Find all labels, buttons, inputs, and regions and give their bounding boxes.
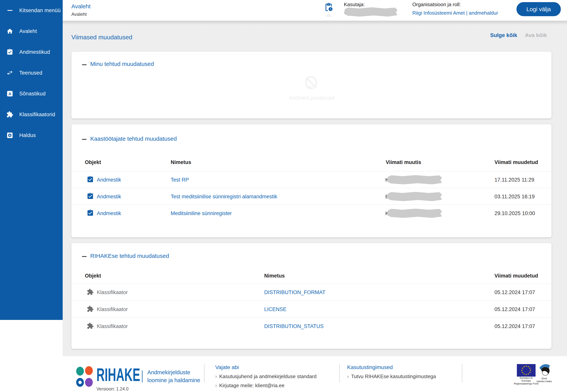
column-header-nimetus: Nimetus <box>171 159 191 165</box>
footer-divider <box>204 364 204 382</box>
rihake-wordmark: RIHAKE <box>96 366 140 384</box>
column-header-muudetud: Viimati muudetud <box>494 159 538 165</box>
modified-date: 17.11.2025 11:29 <box>494 177 534 183</box>
collapse-section-icon[interactable] <box>82 256 87 257</box>
sidebar-item-andmestikud[interactable]: Andmestikud <box>0 42 63 62</box>
sidebar: Kitsendan menüü Avaleht Andmestikud Teen… <box>0 0 63 320</box>
column-header-muudetud: Viimati muudetud <box>494 273 538 279</box>
sidebar-item-haldus[interactable]: Haldus <box>0 125 63 146</box>
puzzle-icon <box>87 306 94 313</box>
sidebar-item-avaleht[interactable]: Avaleht <box>0 21 63 42</box>
sidebar-item-label: Kitsendan menüü <box>19 8 61 14</box>
org-role-link[interactable]: Riigi Infosüsteemi Amet | andmehaldur <box>412 10 498 16</box>
dataset-link[interactable]: Test meditsiinilise sünniregistri alaman… <box>171 194 277 199</box>
object-type: Klassifikaator <box>97 323 128 329</box>
estonia-logo-caption: Eesti tuleviku heaks <box>529 377 560 383</box>
empty-state-text: Andmed puuduvad <box>71 95 552 101</box>
footer-divider <box>462 364 462 382</box>
section-title[interactable]: RIHAKEse tehtud muudatused <box>90 253 169 259</box>
sidebar-item-label: Andmestikud <box>19 49 50 55</box>
user-name-redacted <box>344 7 397 16</box>
sidebar-item-sonastikud[interactable]: A Sõnastikud <box>0 83 63 104</box>
sidebar-item-label: Haldus <box>19 132 36 138</box>
page-title-link[interactable]: Avaleht <box>71 3 91 10</box>
classifier-link[interactable]: LICENSE <box>264 307 287 312</box>
help-link-email[interactable]: ›Kirjutage meile: klient@ria.ee <box>215 383 317 389</box>
logout-button[interactable]: Logi välja <box>516 2 561 16</box>
dataset-link[interactable]: Meditsiiniline sünniregister <box>171 210 232 216</box>
table-row: Andmestik Meditsiiniline sünniregister K… <box>71 205 552 222</box>
section-title[interactable]: Minu tehtud muudatused <box>90 61 154 67</box>
modified-date: 29.10.2025 10:00 <box>494 210 535 216</box>
help-link-manual[interactable]: ›Kasutusjuhend ja andmekirjelduse standa… <box>215 374 317 379</box>
page-heading: Viimased muudatused <box>71 34 132 41</box>
clipboard-check-icon <box>87 209 94 217</box>
pending-actions-icon[interactable] <box>324 2 333 12</box>
section-title[interactable]: Kaastöötajate tehtud muudatused <box>90 136 177 142</box>
classifier-link[interactable]: DISTRIBUTION_STATUS <box>264 323 324 329</box>
footer: RIHAKE Andmekirjelduste loomine ja halda… <box>0 356 567 392</box>
collapse-section-icon[interactable] <box>82 139 87 140</box>
ee-caption-line: Eesti <box>529 377 560 380</box>
help-block: Vajate abi ›Kasutusjuhend ja andmekirjel… <box>215 364 317 389</box>
classifier-link[interactable]: DISTRIBUTION_FORMAT <box>264 290 326 295</box>
help-title[interactable]: Vajate abi <box>215 364 317 370</box>
footer-divider <box>339 364 340 382</box>
logo-divider <box>142 370 143 382</box>
empty-state: Andmed puuduvad <box>71 76 552 101</box>
table-row: Andmestik Test RP K 17.11.2025 11:29 <box>71 171 552 188</box>
sidebar-item-teenused[interactable]: Teenused <box>0 62 63 83</box>
brand-tagline: Andmekirjelduste loomine ja haldamine <box>147 368 200 384</box>
eu-flag-logo <box>517 364 536 377</box>
main-content: Viimased muudatused Sulge kõik Ava kõik … <box>63 21 567 356</box>
editor-name-redacted <box>387 209 442 218</box>
card-collaborator-changes: Kaastöötajate tehtud muudatused Objekt N… <box>71 124 552 238</box>
object-type: Andmestik <box>97 194 121 199</box>
table-row: Andmestik Test meditsiinilise sünniregis… <box>71 188 552 205</box>
column-header-objekt: Objekt <box>85 273 101 279</box>
sidebar-item-klassifikaatorid[interactable]: Klassifikaatorid <box>0 104 63 125</box>
svg-text:A: A <box>8 92 11 96</box>
puzzle-icon <box>87 322 94 330</box>
collapse-section-icon[interactable] <box>82 64 87 65</box>
column-header-nimetus: Nimetus <box>264 273 285 279</box>
terms-title[interactable]: Kasutustingimused <box>347 364 436 370</box>
object-type: Andmestik <box>97 177 121 183</box>
terms-link[interactable]: ›Tutvu RIHAKEse kasutustingimustega <box>347 374 436 379</box>
rihake-logo-circles <box>76 367 93 387</box>
tagline-line2: loomine ja haldamine <box>147 376 200 384</box>
editor-name-redacted <box>387 175 442 184</box>
topbar: Avaleht Avaleht Kasutaja: Organisatsioon… <box>63 0 567 21</box>
column-header-muutis: Viimati muutis <box>386 159 421 165</box>
clipboard-check-icon <box>87 193 94 201</box>
dataset-link[interactable]: Test RP <box>171 177 189 183</box>
collapse-all-button[interactable]: Sulge kõik <box>490 32 517 38</box>
eye-off-icon <box>302 76 321 91</box>
expand-all-button[interactable]: Ava kõik <box>525 32 547 38</box>
table-row: Klassifikaator DISTRIBUTION_FORMAT 05.12… <box>71 284 552 301</box>
sidebar-item-label: Teenused <box>19 70 43 76</box>
chevron-right-icon: › <box>215 383 217 388</box>
object-type: Klassifikaator <box>97 290 128 295</box>
version-text: Versioon: 1.24.0 <box>96 386 129 392</box>
object-type: Klassifikaator <box>97 307 128 312</box>
card-rihake-changes: RIHAKEse tehtud muudatused Objekt Nimetu… <box>71 243 552 349</box>
org-role-label: Organisatsioon ja roll: <box>412 1 461 8</box>
chevron-right-icon: › <box>347 374 349 379</box>
terms-link-label: Tutvu RIHAKEse kasutustingimustega <box>351 374 436 379</box>
help-link-label: Kasutusjuhend ja andmekirjelduse standar… <box>219 374 317 379</box>
popover-arrow <box>326 14 332 17</box>
collapse-minus-icon <box>6 7 13 14</box>
gear-icon <box>6 132 13 139</box>
column-header-objekt: Objekt <box>85 159 101 165</box>
user-label: Kasutaja: <box>344 1 365 8</box>
sidebar-item-label: Avaleht <box>19 28 37 34</box>
terms-block: Kasutustingimused ›Tutvu RIHAKEse kasutu… <box>347 364 436 379</box>
letter-a-icon: A <box>6 90 13 97</box>
sidebar-item-collapse-menu[interactable]: Kitsendan menüü <box>0 0 63 21</box>
home-icon <box>6 28 13 35</box>
sidebar-item-label: Klassifikaatorid <box>19 112 55 118</box>
card-my-changes: Minu tehtud muudatused Andmed puuduvad <box>71 52 552 119</box>
clipboard-check-icon <box>6 49 13 56</box>
help-link-label: Kirjutage meile: klient@ria.ee <box>219 383 285 388</box>
